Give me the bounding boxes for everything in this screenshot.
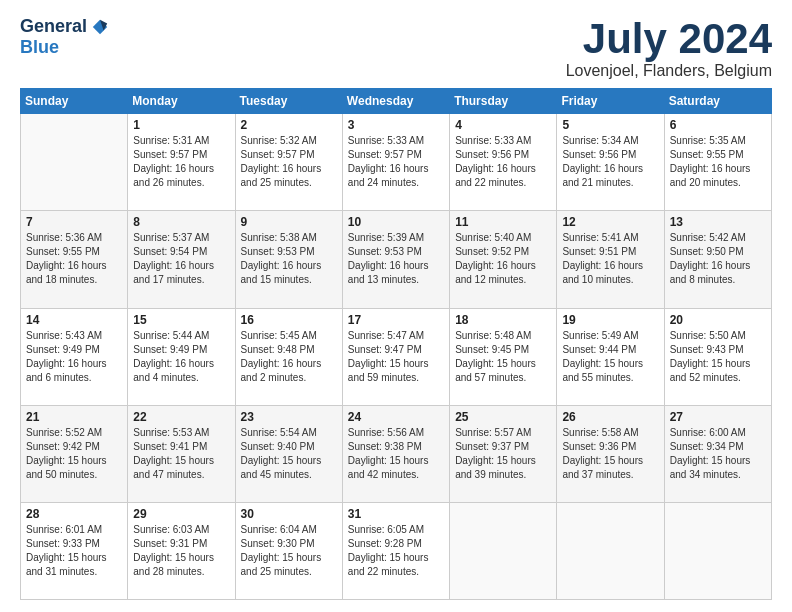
day-number: 4	[455, 118, 551, 132]
calendar-cell: 5Sunrise: 5:34 AM Sunset: 9:56 PM Daylig…	[557, 114, 664, 211]
calendar-cell: 10Sunrise: 5:39 AM Sunset: 9:53 PM Dayli…	[342, 211, 449, 308]
col-wednesday: Wednesday	[342, 89, 449, 114]
day-number: 31	[348, 507, 444, 521]
calendar-cell: 3Sunrise: 5:33 AM Sunset: 9:57 PM Daylig…	[342, 114, 449, 211]
calendar-week-row: 28Sunrise: 6:01 AM Sunset: 9:33 PM Dayli…	[21, 502, 772, 599]
day-info: Sunrise: 5:54 AM Sunset: 9:40 PM Dayligh…	[241, 426, 337, 482]
col-monday: Monday	[128, 89, 235, 114]
calendar-cell: 1Sunrise: 5:31 AM Sunset: 9:57 PM Daylig…	[128, 114, 235, 211]
day-info: Sunrise: 5:47 AM Sunset: 9:47 PM Dayligh…	[348, 329, 444, 385]
day-number: 25	[455, 410, 551, 424]
day-info: Sunrise: 5:58 AM Sunset: 9:36 PM Dayligh…	[562, 426, 658, 482]
day-number: 20	[670, 313, 766, 327]
day-number: 5	[562, 118, 658, 132]
calendar-cell	[664, 502, 771, 599]
day-info: Sunrise: 5:44 AM Sunset: 9:49 PM Dayligh…	[133, 329, 229, 385]
calendar-cell: 26Sunrise: 5:58 AM Sunset: 9:36 PM Dayli…	[557, 405, 664, 502]
day-info: Sunrise: 5:31 AM Sunset: 9:57 PM Dayligh…	[133, 134, 229, 190]
calendar-cell: 18Sunrise: 5:48 AM Sunset: 9:45 PM Dayli…	[450, 308, 557, 405]
day-info: Sunrise: 5:37 AM Sunset: 9:54 PM Dayligh…	[133, 231, 229, 287]
calendar-cell: 28Sunrise: 6:01 AM Sunset: 9:33 PM Dayli…	[21, 502, 128, 599]
calendar-cell	[21, 114, 128, 211]
calendar-cell: 30Sunrise: 6:04 AM Sunset: 9:30 PM Dayli…	[235, 502, 342, 599]
day-info: Sunrise: 5:43 AM Sunset: 9:49 PM Dayligh…	[26, 329, 122, 385]
day-number: 10	[348, 215, 444, 229]
calendar-table: Sunday Monday Tuesday Wednesday Thursday…	[20, 88, 772, 600]
day-info: Sunrise: 5:52 AM Sunset: 9:42 PM Dayligh…	[26, 426, 122, 482]
day-info: Sunrise: 5:33 AM Sunset: 9:57 PM Dayligh…	[348, 134, 444, 190]
header: General Blue July 2024 Lovenjoel, Flande…	[20, 16, 772, 80]
col-friday: Friday	[557, 89, 664, 114]
day-number: 26	[562, 410, 658, 424]
calendar-cell: 23Sunrise: 5:54 AM Sunset: 9:40 PM Dayli…	[235, 405, 342, 502]
day-info: Sunrise: 5:39 AM Sunset: 9:53 PM Dayligh…	[348, 231, 444, 287]
day-number: 23	[241, 410, 337, 424]
calendar-cell: 19Sunrise: 5:49 AM Sunset: 9:44 PM Dayli…	[557, 308, 664, 405]
calendar-week-row: 7Sunrise: 5:36 AM Sunset: 9:55 PM Daylig…	[21, 211, 772, 308]
day-info: Sunrise: 5:32 AM Sunset: 9:57 PM Dayligh…	[241, 134, 337, 190]
day-info: Sunrise: 5:34 AM Sunset: 9:56 PM Dayligh…	[562, 134, 658, 190]
calendar-cell	[450, 502, 557, 599]
calendar-cell: 24Sunrise: 5:56 AM Sunset: 9:38 PM Dayli…	[342, 405, 449, 502]
day-number: 28	[26, 507, 122, 521]
calendar-cell: 17Sunrise: 5:47 AM Sunset: 9:47 PM Dayli…	[342, 308, 449, 405]
calendar-cell: 31Sunrise: 6:05 AM Sunset: 9:28 PM Dayli…	[342, 502, 449, 599]
day-number: 30	[241, 507, 337, 521]
calendar-week-row: 14Sunrise: 5:43 AM Sunset: 9:49 PM Dayli…	[21, 308, 772, 405]
calendar-cell: 14Sunrise: 5:43 AM Sunset: 9:49 PM Dayli…	[21, 308, 128, 405]
day-info: Sunrise: 6:04 AM Sunset: 9:30 PM Dayligh…	[241, 523, 337, 579]
calendar-cell: 16Sunrise: 5:45 AM Sunset: 9:48 PM Dayli…	[235, 308, 342, 405]
day-number: 29	[133, 507, 229, 521]
day-info: Sunrise: 5:38 AM Sunset: 9:53 PM Dayligh…	[241, 231, 337, 287]
calendar-cell: 7Sunrise: 5:36 AM Sunset: 9:55 PM Daylig…	[21, 211, 128, 308]
day-info: Sunrise: 5:45 AM Sunset: 9:48 PM Dayligh…	[241, 329, 337, 385]
day-info: Sunrise: 5:33 AM Sunset: 9:56 PM Dayligh…	[455, 134, 551, 190]
day-number: 9	[241, 215, 337, 229]
day-number: 15	[133, 313, 229, 327]
day-info: Sunrise: 5:41 AM Sunset: 9:51 PM Dayligh…	[562, 231, 658, 287]
calendar-cell: 25Sunrise: 5:57 AM Sunset: 9:37 PM Dayli…	[450, 405, 557, 502]
calendar-cell	[557, 502, 664, 599]
calendar-cell: 2Sunrise: 5:32 AM Sunset: 9:57 PM Daylig…	[235, 114, 342, 211]
calendar-cell: 12Sunrise: 5:41 AM Sunset: 9:51 PM Dayli…	[557, 211, 664, 308]
day-number: 22	[133, 410, 229, 424]
calendar-cell: 27Sunrise: 6:00 AM Sunset: 9:34 PM Dayli…	[664, 405, 771, 502]
day-number: 21	[26, 410, 122, 424]
day-number: 7	[26, 215, 122, 229]
day-info: Sunrise: 6:05 AM Sunset: 9:28 PM Dayligh…	[348, 523, 444, 579]
calendar-cell: 21Sunrise: 5:52 AM Sunset: 9:42 PM Dayli…	[21, 405, 128, 502]
day-number: 24	[348, 410, 444, 424]
day-info: Sunrise: 5:50 AM Sunset: 9:43 PM Dayligh…	[670, 329, 766, 385]
day-info: Sunrise: 5:48 AM Sunset: 9:45 PM Dayligh…	[455, 329, 551, 385]
day-info: Sunrise: 5:57 AM Sunset: 9:37 PM Dayligh…	[455, 426, 551, 482]
calendar-week-row: 21Sunrise: 5:52 AM Sunset: 9:42 PM Dayli…	[21, 405, 772, 502]
day-info: Sunrise: 5:49 AM Sunset: 9:44 PM Dayligh…	[562, 329, 658, 385]
day-number: 14	[26, 313, 122, 327]
col-sunday: Sunday	[21, 89, 128, 114]
day-number: 1	[133, 118, 229, 132]
day-number: 17	[348, 313, 444, 327]
calendar-cell: 11Sunrise: 5:40 AM Sunset: 9:52 PM Dayli…	[450, 211, 557, 308]
month-title: July 2024	[566, 16, 772, 62]
day-info: Sunrise: 5:36 AM Sunset: 9:55 PM Dayligh…	[26, 231, 122, 287]
day-info: Sunrise: 5:35 AM Sunset: 9:55 PM Dayligh…	[670, 134, 766, 190]
day-info: Sunrise: 5:56 AM Sunset: 9:38 PM Dayligh…	[348, 426, 444, 482]
location: Lovenjoel, Flanders, Belgium	[566, 62, 772, 80]
calendar-cell: 29Sunrise: 6:03 AM Sunset: 9:31 PM Dayli…	[128, 502, 235, 599]
day-info: Sunrise: 5:40 AM Sunset: 9:52 PM Dayligh…	[455, 231, 551, 287]
day-number: 3	[348, 118, 444, 132]
logo-icon	[91, 18, 109, 36]
title-section: July 2024 Lovenjoel, Flanders, Belgium	[566, 16, 772, 80]
day-number: 12	[562, 215, 658, 229]
calendar-cell: 13Sunrise: 5:42 AM Sunset: 9:50 PM Dayli…	[664, 211, 771, 308]
day-number: 8	[133, 215, 229, 229]
calendar-header-row: Sunday Monday Tuesday Wednesday Thursday…	[21, 89, 772, 114]
calendar-cell: 4Sunrise: 5:33 AM Sunset: 9:56 PM Daylig…	[450, 114, 557, 211]
day-number: 13	[670, 215, 766, 229]
col-saturday: Saturday	[664, 89, 771, 114]
calendar-cell: 8Sunrise: 5:37 AM Sunset: 9:54 PM Daylig…	[128, 211, 235, 308]
logo: General Blue	[20, 16, 109, 58]
day-info: Sunrise: 5:53 AM Sunset: 9:41 PM Dayligh…	[133, 426, 229, 482]
page: General Blue July 2024 Lovenjoel, Flande…	[0, 0, 792, 612]
day-info: Sunrise: 6:03 AM Sunset: 9:31 PM Dayligh…	[133, 523, 229, 579]
